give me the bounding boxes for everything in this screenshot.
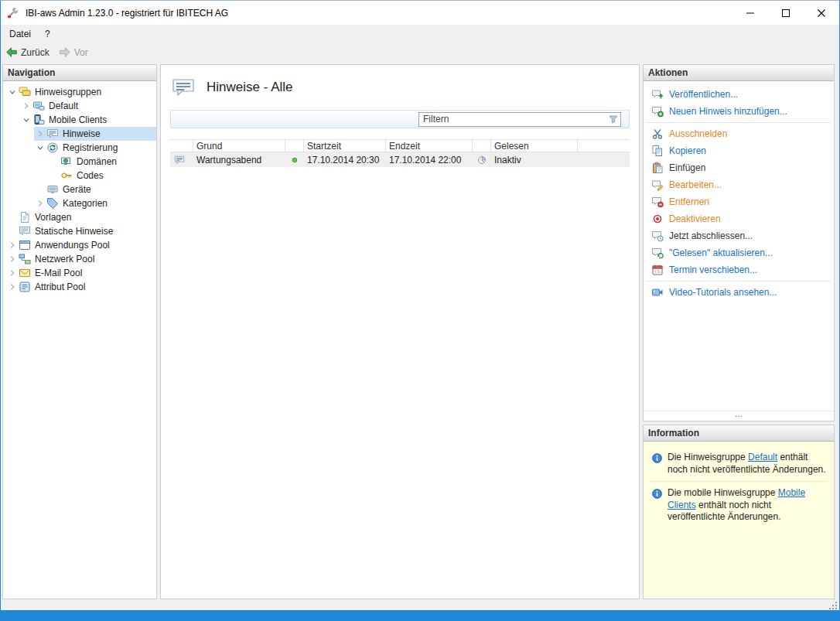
- window-title: IBI-aws Admin 1.23.0 - registriert für I…: [26, 8, 732, 19]
- expander-spacer: [48, 169, 60, 182]
- info-text: Die mobile Hinweisgruppe Mobile Clients …: [668, 487, 826, 524]
- info-link-default[interactable]: Default: [748, 452, 777, 462]
- action-termin-verschieben[interactable]: Termin verschieben...: [644, 261, 834, 278]
- sidebar-item-hinweisgruppen[interactable]: Hinweisgruppen: [3, 85, 156, 99]
- calendar-move-icon: [651, 264, 664, 276]
- sidebar-item-netzwerk-pool[interactable]: Netzwerk Pool: [3, 252, 156, 266]
- action-bearbeiten[interactable]: Bearbeiten...: [644, 176, 834, 193]
- action-gelesen-aktualisieren[interactable]: "Gelesen" aktualisieren...: [644, 244, 834, 261]
- sidebar-item-attribut-pool[interactable]: Attribut Pool: [3, 280, 156, 294]
- table-header-row: GrundStartzeitEndzeitGelesen: [170, 139, 630, 152]
- action-label: Termin verschieben...: [669, 264, 757, 275]
- tree-item-label: E-Mail Pool: [35, 268, 82, 278]
- chevron-right-icon[interactable]: [6, 239, 19, 251]
- menu-datei[interactable]: Datei: [2, 26, 38, 42]
- action-deaktivieren[interactable]: Deaktivieren: [644, 210, 834, 227]
- tree-item-label: Statische Hinweise: [35, 226, 113, 237]
- chevron-right-icon[interactable]: [34, 128, 46, 140]
- registration-icon: [46, 142, 59, 154]
- sidebar-item-statische-hinweise[interactable]: Statische Hinweise: [3, 224, 156, 238]
- panel-splitter[interactable]: ...: [644, 411, 834, 421]
- info-text: Die Hinweisgruppe Default enthält noch n…: [668, 452, 826, 476]
- cell-gelesen: Inaktiv: [491, 152, 578, 167]
- menu-help[interactable]: ?: [38, 26, 57, 42]
- action-einfügen[interactable]: Einfügen: [644, 159, 834, 176]
- filter-box: [418, 112, 621, 127]
- chevron-right-icon[interactable]: [6, 253, 19, 265]
- static-hint-icon: [19, 225, 31, 237]
- maximize-button[interactable]: [768, 1, 804, 25]
- action-entfernen[interactable]: Entfernen: [644, 193, 834, 210]
- action-jetzt-abschliessen[interactable]: Jetzt abschliessen...: [644, 227, 834, 244]
- sidebar-item-kategorien[interactable]: Kategorien: [3, 196, 156, 210]
- sidebar-item-registrierung[interactable]: Registrierung: [3, 141, 156, 155]
- table-row[interactable]: Wartungsabend17.10.2014 20:3017.10.2014 …: [170, 152, 630, 167]
- sidebar-item-e-mail-pool[interactable]: E-Mail Pool: [3, 266, 156, 280]
- tree-item-label: Default: [49, 101, 78, 111]
- actions-list: Veröffentlichen...Neuen Hinweis hinzufüg…: [644, 81, 834, 305]
- email-pool-icon: [19, 267, 31, 279]
- sidebar-item-anwendungs-pool[interactable]: Anwendungs Pool: [3, 238, 156, 252]
- column-header-endzeit[interactable]: Endzeit: [386, 140, 473, 152]
- info-icon: [651, 488, 663, 500]
- minimize-button[interactable]: [732, 1, 768, 25]
- page-title: Hinweise - Alle: [207, 80, 293, 95]
- deactivate-icon: [651, 213, 664, 225]
- chevron-down-icon[interactable]: [20, 114, 32, 126]
- column-header-row-icon[interactable]: [170, 140, 193, 152]
- action-ausschneiden[interactable]: Ausschneiden: [644, 125, 834, 142]
- finish-now-icon: [651, 230, 664, 242]
- sidebar-item-default[interactable]: Default: [3, 99, 156, 113]
- video-tutorials-icon: [651, 286, 664, 299]
- action-kopieren[interactable]: Kopieren: [644, 142, 834, 159]
- hint-icon: [173, 154, 186, 166]
- action-veröffentlichen[interactable]: Veröffentlichen...: [644, 86, 834, 103]
- forward-button-label: Vor: [74, 47, 88, 58]
- expander-spacer: [6, 225, 19, 237]
- back-button[interactable]: Zurück: [5, 46, 50, 59]
- network-pool-icon: [19, 253, 31, 265]
- forward-button[interactable]: Vor: [59, 46, 88, 59]
- chevron-down-icon[interactable]: [34, 142, 46, 154]
- column-header-status[interactable]: [285, 140, 304, 152]
- chevron-right-icon[interactable]: [6, 281, 19, 293]
- status-strip: [1, 602, 839, 610]
- cell-status: [285, 152, 304, 167]
- sidebar-item-codes[interactable]: Codes: [3, 169, 156, 183]
- chevron-right-icon[interactable]: [6, 267, 19, 279]
- app-window: IBI-aws Admin 1.23.0 - registriert für I…: [0, 0, 840, 621]
- tree-item-label: Hinweisgruppen: [35, 87, 101, 97]
- filter-input[interactable]: [418, 112, 621, 127]
- tree-item-label: Netzwerk Pool: [35, 254, 94, 264]
- read-state-icon: [476, 154, 488, 166]
- forward-arrow-icon: [59, 46, 71, 59]
- cell-row-icon: [170, 152, 193, 167]
- sidebar-item-hinweise[interactable]: Hinweise: [3, 127, 156, 141]
- information-panel: Information Die Hinweisgruppe Default en…: [643, 425, 835, 599]
- chevron-right-icon[interactable]: [20, 100, 32, 112]
- column-header-startzeit[interactable]: Startzeit: [304, 140, 386, 152]
- sidebar-item-geräte[interactable]: Geräte: [3, 183, 156, 196]
- column-header-gelesen-icon[interactable]: [473, 140, 491, 152]
- mobile-group-icon: [32, 114, 45, 126]
- chevron-down-icon[interactable]: [6, 86, 19, 98]
- resize-grip[interactable]: [828, 601, 838, 610]
- chevron-right-icon[interactable]: [34, 197, 46, 210]
- close-button[interactable]: [804, 1, 839, 25]
- tree-item-label: Attribut Pool: [35, 281, 85, 292]
- action-video-tutorials-ansehen[interactable]: Video-Tutorials ansehen...: [644, 284, 834, 301]
- category-icon: [46, 197, 59, 210]
- column-header-grund[interactable]: Grund: [193, 140, 285, 152]
- action-neuen-hinweis-hinzufügen[interactable]: Neuen Hinweis hinzufügen...: [644, 103, 834, 120]
- main-area: Navigation HinweisgruppenDefaultMobile C…: [1, 61, 839, 602]
- filter-icon[interactable]: [608, 114, 619, 125]
- actions-divider: [647, 122, 831, 123]
- sidebar-item-domänen[interactable]: Domänen: [3, 155, 156, 169]
- device-icon: [46, 183, 59, 196]
- sidebar-item-vorlagen[interactable]: Vorlagen: [3, 210, 156, 224]
- expander-spacer: [34, 183, 46, 196]
- template-icon: [19, 211, 31, 223]
- sidebar-item-mobile-clients[interactable]: Mobile Clients: [3, 113, 156, 127]
- actions-panel: Aktionen Veröffentlichen...Neuen Hinweis…: [643, 64, 835, 421]
- column-header-gelesen[interactable]: Gelesen: [491, 140, 578, 152]
